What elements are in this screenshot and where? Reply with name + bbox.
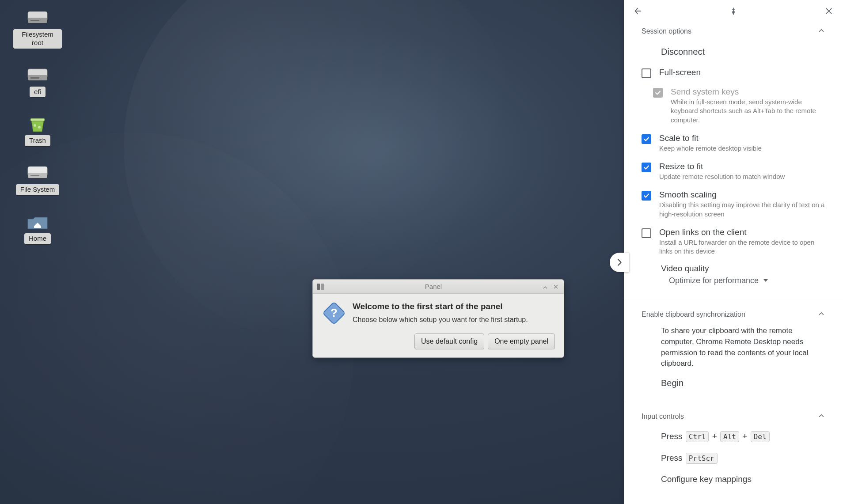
panel-first-start-dialog: Panel ? Welcome to the first start of th…: [312, 279, 564, 358]
key-sep: +: [712, 432, 717, 441]
dialog-heading: Welcome to the first start of the panel: [353, 302, 528, 311]
caret-down-icon: [763, 276, 768, 285]
chevron-up-icon: [817, 27, 825, 36]
desktop-icon-home[interactable]: Home: [13, 213, 62, 244]
video-quality-label: Video quality: [661, 264, 825, 273]
option-fullscreen[interactable]: Full-screen: [624, 63, 843, 83]
section-label: Session options: [642, 27, 691, 35]
remote-desktop[interactable]: Filesystem root efi Trash File System Ho: [0, 0, 624, 504]
sidebar-collapse-handle[interactable]: [610, 253, 629, 272]
back-button[interactable]: [632, 5, 644, 17]
close-button[interactable]: [551, 282, 560, 291]
key-sep: +: [742, 432, 747, 441]
key-ctrl: Ctrl: [686, 431, 709, 442]
use-default-config-button[interactable]: Use default config: [414, 333, 484, 349]
key-prtscr: PrtScr: [686, 453, 718, 464]
svg-point-7: [34, 124, 36, 127]
dropdown-value: Optimize for performance: [669, 276, 759, 285]
svg-rect-12: [317, 284, 320, 290]
icon-label: Home: [24, 233, 51, 244]
option-desc: Keep whole remote desktop visible: [659, 144, 825, 153]
pin-button[interactable]: [727, 5, 740, 17]
video-quality-dropdown[interactable]: Optimize for performance: [661, 276, 825, 285]
desktop-icon-trash[interactable]: Trash: [13, 115, 62, 146]
section-label: Input controls: [642, 413, 684, 421]
option-title: Send system keys: [671, 87, 825, 97]
option-desc: While in full-screen mode, send system-w…: [671, 98, 825, 125]
option-desc: Disabling this setting may improve the c…: [659, 201, 825, 219]
chevron-up-icon: [817, 310, 825, 319]
checkbox-resize-to-fit[interactable]: [642, 163, 651, 172]
svg-text:?: ?: [330, 306, 338, 319]
section-input-controls[interactable]: Input controls: [624, 407, 843, 426]
video-quality-block: Video quality Optimize for performance: [624, 260, 843, 291]
disconnect-button[interactable]: Disconnect: [624, 41, 843, 63]
minimize-button[interactable]: [541, 282, 550, 291]
drive-icon: [25, 9, 50, 27]
remote-desktop-sidebar: Session options Disconnect Full-screen S…: [624, 0, 843, 504]
option-send-system-keys: Send system keys While in full-screen mo…: [624, 83, 843, 129]
section-session-options[interactable]: Session options: [624, 22, 843, 41]
key-del: Del: [751, 431, 770, 442]
svg-rect-2: [30, 20, 39, 21]
icon-label: File System: [16, 184, 59, 195]
section-label: Enable clipboard synchronization: [642, 311, 745, 318]
begin-button[interactable]: Begin: [624, 374, 843, 393]
close-sidebar-button[interactable]: [823, 5, 835, 17]
svg-rect-11: [30, 175, 39, 176]
window-app-icon: [316, 283, 324, 291]
configure-key-mappings-button[interactable]: Configure key mappings: [624, 469, 843, 489]
svg-rect-9: [28, 167, 47, 176]
option-smooth-scaling[interactable]: Smooth scaling Disabling this setting ma…: [624, 186, 843, 223]
drive-icon: [25, 164, 50, 182]
option-resize-to-fit[interactable]: Resize to fit Update remote resolution t…: [624, 157, 843, 186]
press-ctrl-alt-del-button[interactable]: Press Ctrl + Alt + Del: [624, 426, 843, 447]
dialog-title: Panel: [328, 283, 539, 290]
section-clipboard-sync[interactable]: Enable clipboard synchronization: [624, 305, 843, 324]
option-desc: Install a URL forwarder on the remote de…: [659, 238, 825, 256]
svg-rect-10: [28, 173, 47, 178]
icon-label: Trash: [25, 135, 50, 146]
svg-rect-5: [30, 77, 39, 79]
key-alt: Alt: [720, 431, 739, 442]
option-title: Resize to fit: [659, 162, 825, 171]
desktop-icon-efi[interactable]: efi: [13, 66, 62, 98]
svg-point-8: [38, 126, 41, 129]
option-title: Open links on the client: [659, 227, 825, 237]
svg-rect-13: [321, 284, 324, 290]
press-label: Press: [661, 453, 683, 462]
sidebar-header: [624, 0, 843, 22]
option-scale-to-fit[interactable]: Scale to fit Keep whole remote desktop v…: [624, 129, 843, 157]
checkbox-smooth-scaling[interactable]: [642, 191, 651, 201]
checkbox-fullscreen[interactable]: [642, 68, 651, 78]
dialog-message: Choose below which setup you want for th…: [353, 316, 528, 324]
one-empty-panel-button[interactable]: One empty panel: [488, 333, 555, 349]
chevron-up-icon: [817, 412, 825, 421]
icon-label: Filesystem root: [13, 29, 62, 49]
option-open-links[interactable]: Open links on the client Install a URL f…: [624, 223, 843, 261]
drive-icon: [25, 66, 50, 84]
option-title: Full-screen: [659, 68, 825, 77]
icon-label: efi: [30, 87, 46, 98]
option-desc: Update remote resolution to match window: [659, 172, 825, 181]
checkbox-open-links[interactable]: [642, 228, 651, 238]
press-label: Press: [661, 432, 683, 441]
desktop-icons: Filesystem root efi Trash File System Ho: [13, 9, 62, 244]
press-prtscr-button[interactable]: Press PrtScr: [624, 447, 843, 469]
svg-rect-6: [30, 118, 45, 121]
desktop-icon-file-system[interactable]: File System: [13, 164, 62, 195]
desktop-icon-filesystem-root[interactable]: Filesystem root: [13, 9, 62, 49]
divider: [624, 400, 843, 400]
option-title: Smooth scaling: [659, 190, 825, 200]
checkbox-scale-to-fit[interactable]: [642, 134, 651, 144]
divider: [624, 298, 843, 298]
dialog-titlebar[interactable]: Panel: [313, 280, 564, 294]
option-title: Scale to fit: [659, 133, 825, 143]
trash-icon: [25, 115, 50, 133]
checkbox-send-system-keys: [653, 88, 663, 98]
home-folder-icon: [25, 213, 50, 231]
clipboard-description: To share your clipboard with the remote …: [624, 324, 843, 374]
svg-rect-14: [323, 302, 346, 325]
question-icon: ?: [323, 302, 346, 325]
